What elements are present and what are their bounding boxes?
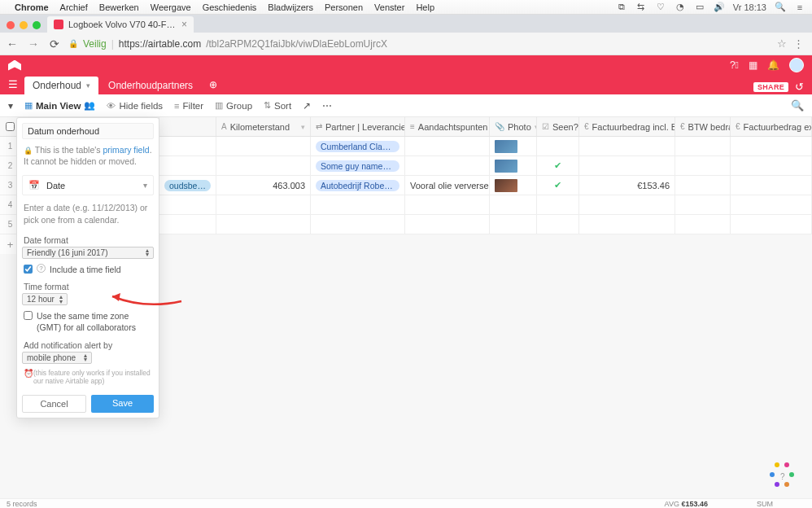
hide-fields-button[interactable]: 👁Hide fields [107, 101, 163, 111]
close-window-button[interactable] [7, 21, 15, 29]
menubar-clock: Vr 18:13 [733, 2, 766, 12]
cell-photo[interactable] [490, 176, 537, 195]
group-button[interactable]: ▥Group [215, 100, 252, 111]
include-time-checkbox[interactable] [24, 265, 33, 274]
menu-bewerken[interactable]: Bewerken [99, 2, 139, 12]
cell-seen[interactable] [537, 137, 579, 155]
chrome-menu-icon[interactable]: ⋮ [793, 37, 804, 50]
apps-icon[interactable]: ▦ [749, 59, 757, 71]
column-header-btw[interactable]: €BTW bedrag▾ [675, 117, 731, 136]
cell-seen[interactable]: ✔ [537, 156, 579, 175]
search-icon[interactable]: 🔍 [791, 99, 804, 112]
menu-weergave[interactable]: Weergave [151, 2, 191, 12]
avatar[interactable] [789, 58, 804, 72]
cell-beurt[interactable]: oudsbeurt [159, 176, 216, 195]
date-format-select[interactable]: Friendly (16 juni 2017)▴▾ [22, 247, 154, 259]
cell-photo[interactable] [490, 156, 537, 175]
cell-km[interactable] [216, 137, 311, 155]
menu-app[interactable]: Chrome [15, 2, 49, 12]
column-header-photo[interactable]: 📎Photo▾ [490, 117, 537, 136]
column-header-beurt[interactable] [159, 117, 216, 136]
notifications-icon[interactable]: 🔔 [767, 59, 779, 71]
time-format-select[interactable]: 12 hour▴▾ [22, 293, 68, 305]
column-header-aandachtspunten[interactable]: ≡Aandachtspunten▾ [405, 117, 490, 136]
same-timezone-checkbox[interactable] [24, 311, 33, 320]
menu-help[interactable]: Help [416, 2, 434, 12]
views-menu-icon[interactable]: ▾ [8, 100, 13, 112]
bookmark-icon[interactable]: ☆ [777, 37, 787, 50]
url-host: https://airtable.com [119, 38, 201, 50]
save-button[interactable]: Save [91, 395, 154, 413]
menu-icon[interactable]: ≡ [794, 2, 805, 12]
cell-fact[interactable]: €153.46 [579, 176, 675, 195]
close-tab-icon[interactable]: × [181, 19, 187, 30]
favicon-icon [54, 20, 63, 29]
table-menu-icon[interactable]: ☰ [8, 78, 23, 92]
column-header-seen[interactable]: ☑Seen?▾ [537, 117, 579, 136]
share-button[interactable]: SHARE [753, 82, 788, 92]
add-table-button[interactable]: ⊕ [203, 79, 224, 90]
address-bar[interactable]: 🔒 Veilig | https://airtable.com/tbl2aRPM… [68, 38, 771, 50]
column-header-partner[interactable]: ⇄Partner | Leverancier▾ [311, 117, 405, 136]
record-count: 5 records [7, 500, 37, 508]
cell-fact[interactable] [579, 137, 675, 155]
cell-aand[interactable]: Vooral olie verversen, wan.. [405, 176, 490, 195]
column-header-factuur-ex[interactable]: €Factuurbedrag ex [731, 117, 812, 136]
menu-geschiedenis[interactable]: Geschiedenis [203, 2, 257, 12]
share-view-icon[interactable]: ↗ [303, 100, 311, 112]
view-switcher[interactable]: ▦ Main View 👥 [24, 100, 95, 111]
cell-km[interactable]: 463.003 [216, 176, 311, 195]
intercom-launcher[interactable]: ? [770, 462, 797, 490]
view-name: Main View [36, 101, 81, 111]
cancel-button[interactable]: Cancel [22, 395, 86, 413]
cell-aand[interactable] [405, 137, 490, 155]
cell-partner[interactable]: Autobedrijf Robert Ooijman [311, 176, 405, 195]
menu-archief[interactable]: Archief [60, 2, 88, 12]
cell-photo[interactable] [490, 137, 537, 155]
field-config-popover: Datum onderhoud 🔒 This is the table's pr… [16, 117, 159, 418]
menu-venster[interactable]: Venster [374, 2, 404, 12]
chevron-down-icon[interactable]: ▾ [301, 123, 305, 131]
notification-footnote: ⏰(this feature only works if you install… [17, 367, 159, 390]
field-name-input[interactable]: Datum onderhoud [22, 123, 154, 139]
cell-seen[interactable]: ✔ [537, 176, 579, 195]
minimize-window-button[interactable] [20, 21, 28, 29]
tab-onderhoud[interactable]: Onderhoud ▾ [24, 77, 98, 94]
people-icon: 👥 [84, 100, 95, 111]
question-icon: ? [780, 472, 785, 481]
browser-tab[interactable]: Logboek Volvo V70 40-FS-HT × [47, 16, 194, 33]
sort-button[interactable]: ⇅Sort [264, 100, 291, 111]
notification-select[interactable]: mobile phone▴▾ [22, 352, 92, 364]
menu-personen[interactable]: Personen [325, 2, 363, 12]
cell-partner[interactable]: Cumberland Classics [311, 137, 405, 155]
cell-km[interactable] [216, 156, 311, 175]
primary-field-link[interactable]: primary field [103, 145, 149, 155]
back-button[interactable]: ← [5, 37, 20, 50]
summary-avg[interactable]: AVG €153.46 [665, 500, 708, 508]
photo-thumbnail [495, 179, 517, 192]
more-icon[interactable]: ⋯ [322, 100, 332, 112]
tab-onderhoudpartners[interactable]: Onderhoudpartners [100, 77, 201, 94]
sort-icon: ⇅ [264, 100, 271, 111]
eye-off-icon: 👁 [107, 101, 116, 111]
airtable-logo-icon[interactable] [8, 60, 21, 71]
forward-button: → [26, 37, 41, 50]
zoom-window-button[interactable] [33, 21, 41, 29]
history-icon[interactable]: ↺ [795, 81, 804, 93]
menu-bladwijzers[interactable]: Bladwijzers [268, 2, 313, 12]
airtable-topbar: ?⃝ ▦ 🔔 [0, 55, 812, 75]
field-type-select[interactable]: 📅 Date ▾ [22, 175, 154, 195]
check-icon: ✔ [554, 160, 561, 171]
reload-button[interactable]: ⟳ [47, 37, 62, 50]
chevron-down-icon[interactable]: ▾ [86, 81, 90, 90]
summary-sum[interactable]: SUM [757, 500, 773, 508]
column-header-km[interactable]: AKilometerstand▾ [216, 117, 311, 136]
search-icon[interactable]: 🔍 [775, 2, 786, 12]
status-bar: 5 records AVG €153.46 SUM [0, 498, 812, 508]
help-icon[interactable]: ?⃝ [730, 59, 739, 71]
cell-partner[interactable]: Some guy named Tom [311, 156, 405, 175]
column-header-factuur[interactable]: €Factuurbedrag incl. BTW▾ [579, 117, 675, 136]
filter-button[interactable]: ≡Filter [174, 101, 203, 111]
volume-icon[interactable]: 🔊 [714, 2, 725, 12]
help-icon[interactable]: ? [37, 264, 46, 273]
